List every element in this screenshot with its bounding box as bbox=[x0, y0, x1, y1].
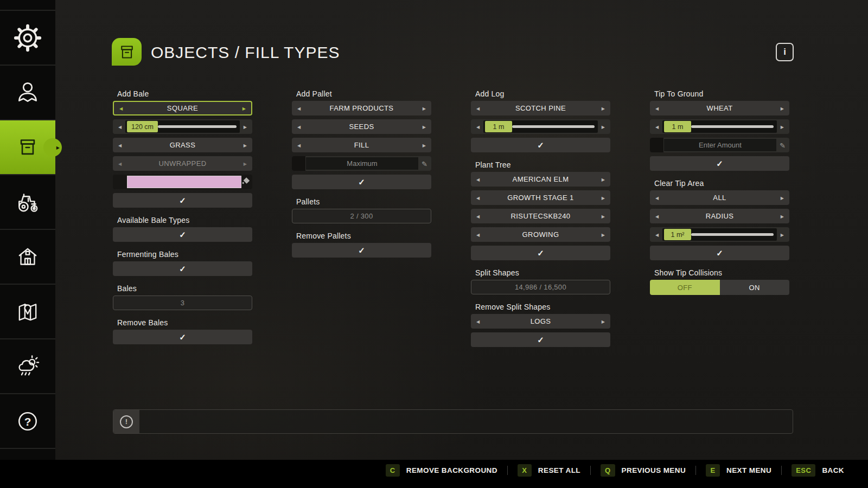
tip-radius-slider[interactable]: ◀ 1 m ▶ bbox=[650, 119, 789, 134]
color-swatch[interactable] bbox=[127, 176, 241, 188]
sidebar-item-weather[interactable] bbox=[0, 339, 55, 393]
arrow-right-icon[interactable]: ▶ bbox=[602, 124, 605, 129]
arrow-left-icon[interactable]: ◀ bbox=[476, 214, 480, 219]
arrow-right-icon[interactable]: ▶ bbox=[602, 195, 605, 200]
sidebar-item-player[interactable] bbox=[0, 66, 55, 119]
arrow-right-icon[interactable]: ▶ bbox=[423, 106, 426, 111]
arrow-right-icon[interactable]: ▶ bbox=[602, 232, 605, 237]
bale-color-picker[interactable] bbox=[113, 175, 252, 189]
shortcut-back[interactable]: ESC BACK bbox=[792, 464, 844, 477]
arrow-right-icon[interactable]: ▶ bbox=[602, 214, 605, 219]
log-length-slider[interactable]: ◀ 1 m ▶ bbox=[471, 119, 610, 134]
remove-split-shapes-selector[interactable]: ◀ LOGS ▶ bbox=[471, 314, 610, 329]
clear-tip-mode-selector[interactable]: ◀ RADIUS ▶ bbox=[650, 209, 789, 223]
tip-amount-input-row[interactable]: ✎ bbox=[650, 138, 789, 152]
arrow-right-icon[interactable]: ▶ bbox=[423, 143, 426, 147]
slider-track[interactable] bbox=[158, 125, 237, 128]
arrow-right-icon[interactable]: ▶ bbox=[244, 124, 247, 129]
toggle-on-option[interactable]: ON bbox=[720, 280, 790, 295]
info-button[interactable]: i bbox=[776, 43, 794, 61]
slider-track[interactable] bbox=[691, 233, 774, 236]
arrow-left-icon[interactable]: ◀ bbox=[655, 232, 659, 237]
arrow-right-icon[interactable]: ▶ bbox=[602, 106, 605, 111]
sidebar-item-vehicles[interactable] bbox=[0, 175, 55, 229]
sidebar-item-settings[interactable] bbox=[0, 11, 55, 65]
pallet-amount-input[interactable] bbox=[306, 159, 418, 168]
bale-size-slider[interactable]: ◀ 120 cm ▶ bbox=[113, 119, 252, 134]
arrow-right-icon[interactable]: ▶ bbox=[781, 195, 784, 200]
tip-amount-input-area[interactable] bbox=[664, 139, 776, 151]
arrow-left-icon[interactable]: ◀ bbox=[476, 177, 480, 182]
clear-tip-filter-selector[interactable]: ◀ ALL ▶ bbox=[650, 190, 789, 205]
log-treetype-selector[interactable]: ◀ SCOTCH PINE ▶ bbox=[471, 101, 610, 115]
arrow-right-icon[interactable]: ▶ bbox=[602, 177, 605, 182]
arrow-left-icon[interactable]: ◀ bbox=[476, 106, 480, 111]
pallet-filltype-selector[interactable]: ◀ SEEDS ▶ bbox=[292, 119, 431, 134]
sidebar-item-help[interactable]: ? bbox=[0, 394, 55, 448]
fermenting-bales-button[interactable]: ✓ bbox=[113, 261, 252, 276]
remove-pallets-button[interactable]: ✓ bbox=[292, 243, 431, 258]
shortcut-next-menu[interactable]: E NEXT MENU bbox=[706, 464, 771, 477]
pallet-amount-input-row[interactable]: ✎ bbox=[292, 156, 431, 171]
shortcut-remove-background[interactable]: C REMOVE BACKGROUND bbox=[386, 464, 497, 477]
arrow-left-icon[interactable]: ◀ bbox=[118, 143, 122, 147]
tip-to-ground-confirm-button[interactable]: ✓ bbox=[650, 156, 789, 171]
bale-filltype-selector[interactable]: ◀ GRASS ▶ bbox=[113, 138, 252, 152]
add-pallet-confirm-button[interactable]: ✓ bbox=[292, 175, 431, 189]
add-bale-confirm-button[interactable]: ✓ bbox=[113, 193, 252, 208]
log-length-track-area[interactable]: 1 m bbox=[483, 120, 598, 133]
arrow-right-icon[interactable]: ▶ bbox=[242, 106, 246, 111]
arrow-left-icon[interactable]: ◀ bbox=[119, 106, 123, 111]
arrow-left-icon[interactable]: ◀ bbox=[655, 214, 659, 219]
arrow-left-icon[interactable]: ◀ bbox=[476, 124, 480, 129]
remove-bales-button[interactable]: ✓ bbox=[113, 330, 252, 344]
plant-treetype-selector[interactable]: ◀ AMERICAN ELM ▶ bbox=[471, 172, 610, 187]
arrow-right-icon[interactable]: ▶ bbox=[781, 124, 784, 129]
plant-tree-confirm-button[interactable]: ✓ bbox=[471, 246, 610, 260]
arrow-right-icon[interactable]: ▶ bbox=[244, 161, 247, 166]
slider-track[interactable] bbox=[691, 125, 774, 128]
remove-split-shapes-button[interactable]: ✓ bbox=[471, 332, 610, 347]
clear-tip-area-confirm-button[interactable]: ✓ bbox=[650, 246, 789, 260]
clear-tip-area-track-area[interactable]: 1 m² bbox=[662, 228, 777, 241]
clear-tip-area-slider[interactable]: ◀ 1 m² ▶ bbox=[650, 227, 789, 242]
arrow-left-icon[interactable]: ◀ bbox=[476, 319, 480, 324]
arrow-right-icon[interactable]: ▶ bbox=[781, 106, 784, 111]
arrow-left-icon[interactable]: ◀ bbox=[118, 161, 122, 166]
add-log-confirm-button[interactable]: ✓ bbox=[471, 138, 610, 152]
arrow-right-icon[interactable]: ▶ bbox=[602, 319, 605, 324]
bale-wrap-selector[interactable]: ◀ UNWRAPPED ▶ bbox=[113, 156, 252, 171]
arrow-right-icon[interactable]: ▶ bbox=[423, 124, 426, 129]
arrow-right-icon[interactable]: ▶ bbox=[781, 232, 784, 237]
arrow-left-icon[interactable]: ◀ bbox=[297, 106, 301, 111]
shortcut-previous-menu[interactable]: Q PREVIOUS MENU bbox=[601, 464, 686, 477]
bale-size-track-area[interactable]: 120 cm bbox=[125, 120, 240, 133]
plant-growthstage-selector[interactable]: ◀ GROWTH STAGE 1 ▶ bbox=[471, 190, 610, 205]
arrow-left-icon[interactable]: ◀ bbox=[297, 124, 301, 129]
arrow-left-icon[interactable]: ◀ bbox=[297, 143, 301, 147]
plant-variant-selector[interactable]: ◀ RISUTECSKB240 ▶ bbox=[471, 209, 610, 223]
available-bale-types-button[interactable]: ✓ bbox=[113, 227, 252, 242]
tip-filltype-selector[interactable]: ◀ WHEAT ▶ bbox=[650, 101, 789, 115]
bale-shape-selector[interactable]: ◀ SQUARE ▶ bbox=[113, 101, 252, 115]
tip-radius-track-area[interactable]: 1 m bbox=[662, 120, 777, 133]
arrow-left-icon[interactable]: ◀ bbox=[655, 106, 659, 111]
plant-state-selector[interactable]: ◀ GROWING ▶ bbox=[471, 227, 610, 242]
tip-amount-input[interactable] bbox=[664, 141, 776, 149]
slider-track[interactable] bbox=[512, 125, 595, 128]
pallet-category-selector[interactable]: ◀ FARM PRODUCTS ▶ bbox=[292, 101, 431, 115]
sidebar-item-map[interactable] bbox=[0, 285, 55, 338]
arrow-left-icon[interactable]: ◀ bbox=[655, 124, 659, 129]
sidebar-item-placeables[interactable] bbox=[0, 230, 55, 284]
arrow-left-icon[interactable]: ◀ bbox=[476, 232, 480, 237]
toggle-off-option[interactable]: OFF bbox=[650, 280, 720, 295]
arrow-left-icon[interactable]: ◀ bbox=[476, 195, 480, 200]
pallet-mode-selector[interactable]: ◀ FILL ▶ bbox=[292, 138, 431, 152]
arrow-left-icon[interactable]: ◀ bbox=[655, 195, 659, 200]
arrow-right-icon[interactable]: ▶ bbox=[244, 143, 247, 147]
arrow-left-icon[interactable]: ◀ bbox=[118, 124, 122, 129]
pallet-amount-input-area[interactable] bbox=[306, 157, 418, 170]
shortcut-reset-all[interactable]: X RESET ALL bbox=[518, 464, 580, 477]
show-tip-collisions-toggle[interactable]: OFF ON bbox=[650, 280, 789, 295]
sidebar-item-objects[interactable]: ▶ bbox=[0, 120, 55, 174]
